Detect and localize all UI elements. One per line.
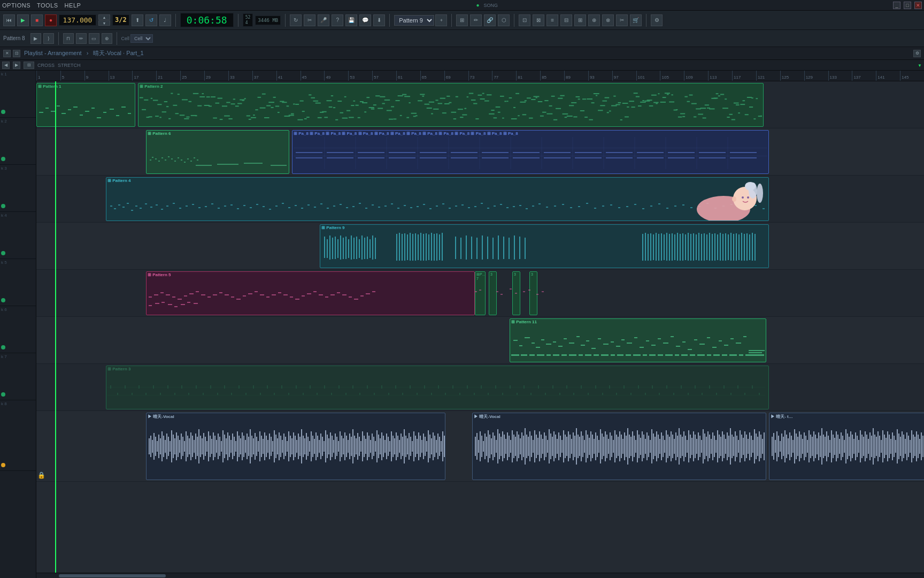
maximize-button[interactable]: □ xyxy=(904,2,911,9)
nav-right[interactable]: ▶ xyxy=(13,62,20,69)
rewind-button[interactable]: ⏮ xyxy=(3,14,15,26)
edit-tool-8[interactable]: ✂ xyxy=(616,14,628,26)
download-button[interactable]: ⬇ xyxy=(373,14,385,26)
track-row-5[interactable]: ⊞ Pattern 5 xyxy=(36,270,924,317)
minimize-button[interactable]: _ xyxy=(893,2,900,9)
track-label-8[interactable]: k 8 xyxy=(0,400,36,471)
pattern-block-1-2[interactable]: ⊞ Pattern 2 // Inline note generation wi… xyxy=(138,83,764,127)
track-row-4[interactable]: ⊞ Pattern 9 xyxy=(36,223,924,270)
menu-tools[interactable]: TOOLS xyxy=(37,2,58,9)
track-row-7[interactable]: ⊞ Pattern 3 xyxy=(36,364,924,411)
save-button[interactable]: 💾 xyxy=(345,14,357,26)
link-tool[interactable]: 🔗 xyxy=(484,14,496,26)
svg-rect-858 xyxy=(261,436,262,457)
track-label-6[interactable]: k 6 xyxy=(0,306,36,353)
track-label-1[interactable]: k 1 xyxy=(0,71,36,118)
horizontal-scrollbar[interactable] xyxy=(36,573,924,578)
stop-button[interactable]: ■ xyxy=(31,14,43,26)
track-active-6 xyxy=(1,345,5,349)
track-label-7[interactable]: k 7 xyxy=(0,353,36,400)
playlist-close[interactable]: ✕ xyxy=(3,50,11,57)
pattern-block-6-1[interactable]: ⊞ Pattern 11 xyxy=(510,318,766,362)
bpm-display[interactable]: 137.000 xyxy=(59,14,96,26)
help-button[interactable]: ? xyxy=(332,14,343,26)
svg-rect-166 xyxy=(473,103,477,104)
menu-help[interactable]: HELP xyxy=(65,2,81,9)
step-btn[interactable]: ⟩ xyxy=(43,33,54,44)
track-row-2[interactable]: ⊞ Pattern 6 xyxy=(36,128,924,176)
bpm-up[interactable]: ▲ xyxy=(98,14,110,20)
split-pat-btn[interactable]: ⊓ xyxy=(63,33,74,44)
play-button[interactable]: ▶ xyxy=(17,14,29,26)
edit-tool-3[interactable]: ≡ xyxy=(546,14,558,26)
edit-tool-7[interactable]: ⊗ xyxy=(602,14,614,26)
playlist-settings[interactable]: ⚙ xyxy=(913,50,921,57)
pattern-block-5-1[interactable]: ⊞ Pattern 5 xyxy=(146,271,475,315)
refresh-button[interactable]: ↻ xyxy=(290,14,302,26)
track-row-3[interactable]: ⊞ Pattern 4 xyxy=(36,176,924,223)
split-tool[interactable]: ⊞ xyxy=(456,14,468,26)
window-controls[interactable]: _ □ ✕ xyxy=(893,2,922,9)
track-label-3[interactable]: k 3 xyxy=(0,165,36,212)
track-label-4[interactable]: k 4 xyxy=(0,212,36,259)
svg-rect-722 xyxy=(303,393,304,395)
svg-rect-969 xyxy=(439,437,440,456)
track-row-1[interactable]: ⊞ Pattern 1 xyxy=(36,81,924,128)
pattern-selector[interactable]: Pattern 9 + xyxy=(394,14,447,26)
edit-tool-5[interactable]: ⊞ xyxy=(574,14,586,26)
stamp-tool[interactable]: ⬡ xyxy=(498,14,510,26)
pattern-dropdown[interactable]: Pattern 9 xyxy=(394,15,434,26)
svg-rect-369 xyxy=(140,208,142,209)
pencil-btn[interactable]: ✏ xyxy=(76,33,87,44)
svg-rect-414 xyxy=(423,204,425,205)
cut-button[interactable]: ✂ xyxy=(304,14,315,26)
loop-button[interactable]: ↺ xyxy=(145,14,157,26)
rec-mode-btn[interactable]: ▶ xyxy=(30,33,41,44)
chat-button[interactable]: 💬 xyxy=(359,14,371,26)
svg-rect-122 xyxy=(375,95,380,96)
zoom-out[interactable]: ⊟ xyxy=(24,62,34,69)
svg-rect-253 xyxy=(667,94,669,95)
pattern-up-button[interactable]: ⬆ xyxy=(132,14,143,26)
pattern-block-2-2[interactable]: ⊞ Pa_8 ⊞ Pa_8 ⊞ Pa_8 ⊞ Pa_8 ⊞ Pa_8 ⊞ Pa_… xyxy=(292,130,769,174)
edit-tool-6[interactable]: ⊕ xyxy=(588,14,600,26)
bpm-down[interactable]: ▼ xyxy=(98,20,110,26)
svg-rect-155 xyxy=(449,102,451,103)
playlist-detach[interactable]: ⊡ xyxy=(13,50,20,57)
close-button[interactable]: ✕ xyxy=(914,2,922,9)
mic-button[interactable]: 🎤 xyxy=(318,14,329,26)
pattern-block-2-1[interactable]: ⊞ Pattern 6 xyxy=(146,130,289,174)
svg-rect-208 xyxy=(567,116,573,117)
settings-btn[interactable]: ⚙ xyxy=(651,14,663,26)
edit-tool-1[interactable]: ⊡ xyxy=(519,14,530,26)
waveform-block-8-3[interactable]: ▶ 晴天- t… xyxy=(769,413,924,480)
cell-select[interactable]: Cell xyxy=(130,34,153,43)
pattern-block-7-1[interactable]: ⊞ Pattern 3 xyxy=(106,366,769,409)
menu-bar[interactable]: OPTIONS TOOLS HELP xyxy=(2,2,81,9)
pattern-block-1-1[interactable]: ⊞ Pattern 1 xyxy=(36,83,135,127)
track-label-5[interactable]: k 5 xyxy=(0,259,36,306)
track-row-8[interactable]: ▶ 晴天-Vocal // Generated inline via JS xyxy=(36,411,924,482)
nav-left[interactable]: ◀ xyxy=(2,62,10,69)
metronome-button[interactable]: ♩ xyxy=(159,14,171,26)
scroll-thumb[interactable] xyxy=(59,574,166,577)
pattern-block-3-1[interactable]: ⊞ Pattern 4 xyxy=(106,177,769,221)
svg-rect-1022 xyxy=(553,431,555,461)
svg-rect-854 xyxy=(255,433,256,460)
draw-tool[interactable]: ✏ xyxy=(470,14,482,26)
waveform-block-8-1[interactable]: ▶ 晴天-Vocal // Generated inline via JS xyxy=(146,413,445,480)
pattern-add[interactable]: + xyxy=(435,14,447,26)
tracks-content[interactable]: ⊞ Pattern 1 xyxy=(36,81,924,573)
zoom-btn[interactable]: ⊕ xyxy=(102,33,112,44)
waveform-block-8-2[interactable]: ▶ 晴天-Vocal xyxy=(472,413,766,480)
edit-tool-2[interactable]: ⊠ xyxy=(533,14,544,26)
edit-tool-4[interactable]: ⊟ xyxy=(560,14,572,26)
pattern-block-4-1[interactable]: ⊞ Pattern 9 xyxy=(320,224,769,268)
edit-tool-9[interactable]: 🛒 xyxy=(630,14,642,26)
menu-options[interactable]: OPTIONS xyxy=(2,2,30,9)
select-btn[interactable]: ▭ xyxy=(89,33,99,44)
record-button[interactable]: ● xyxy=(45,14,57,26)
track-label-2[interactable]: k 2 xyxy=(0,118,36,165)
track-row-6[interactable]: ⊞ Pattern 11 xyxy=(36,317,924,364)
lock-icon[interactable]: 🔒 xyxy=(37,471,45,479)
